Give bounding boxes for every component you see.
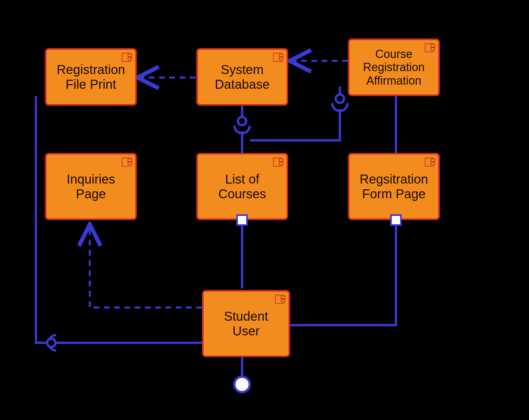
- component-icon: [273, 158, 283, 165]
- component-inquiries-page: Inquiries Page: [45, 153, 137, 220]
- component-icon: [275, 295, 285, 302]
- assoc-student-to-formpage: [290, 224, 396, 325]
- component-icon: [122, 158, 131, 165]
- top-bus-courses-to-formpage: [250, 109, 340, 140]
- component-label: Student User: [224, 309, 268, 338]
- port-list-of-courses: [236, 214, 248, 226]
- prov-regfileprint-remote-stem: [36, 96, 47, 343]
- req-student-to-regfileprint-socket: [48, 335, 56, 350]
- prov-affirm-ball: [336, 95, 344, 103]
- port-registration-form-page: [390, 214, 402, 226]
- component-label: System Database: [215, 62, 270, 92]
- req-courses-to-systemdb-socket: [234, 126, 250, 133]
- component-icon: [273, 53, 283, 61]
- uml-component-diagram: Registration File Print System Database …: [0, 0, 529, 420]
- component-icon: [425, 43, 434, 51]
- component-label: Inquiries Page: [67, 172, 115, 201]
- component-label: Regsitration Form Page: [360, 172, 428, 201]
- component-system-database: System Database: [196, 48, 288, 106]
- component-label: Registration File Print: [57, 62, 125, 92]
- dep-student-to-inquiries: [90, 224, 202, 308]
- component-list-of-courses: List of Courses: [196, 153, 288, 220]
- component-label: Course Registration Affirmation: [363, 47, 424, 87]
- component-student-user: Student User: [202, 290, 290, 357]
- prov-regfileprint-remote-ball: [47, 339, 55, 347]
- component-registration-file-print: Registration File Print: [45, 48, 137, 106]
- component-label: List of Courses: [218, 172, 266, 201]
- component-icon: [425, 158, 434, 165]
- prov-student-ball: [234, 377, 250, 392]
- req-affirm-socket: [332, 103, 348, 111]
- component-registration-form-page: Regsitration Form Page: [348, 153, 440, 220]
- component-icon: [122, 53, 131, 61]
- prov-systemdb-ball: [238, 117, 246, 125]
- component-course-registration-affirmation: Course Registration Affirmation: [348, 38, 440, 96]
